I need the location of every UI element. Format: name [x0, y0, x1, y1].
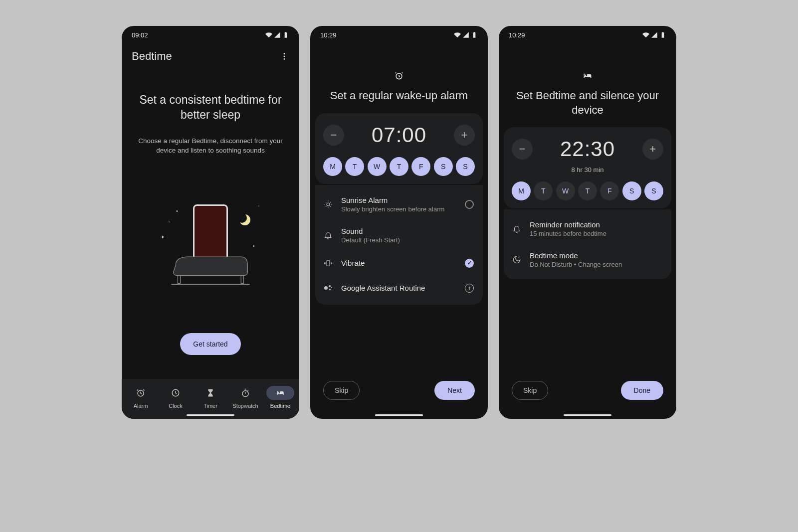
nav-timer[interactable]: Timer: [194, 384, 227, 411]
nav-label: Clock: [169, 403, 183, 409]
done-button[interactable]: Done: [621, 381, 663, 400]
option-subtitle: 15 minutes before bedtime: [530, 230, 663, 237]
day-chip-3[interactable]: T: [578, 181, 597, 200]
option-vibrate[interactable]: Vibrate: [323, 251, 475, 276]
alarm-icon: [136, 388, 145, 397]
day-chip-6[interactable]: S: [644, 181, 663, 200]
option-assistant-routine[interactable]: Google Assistant Routine +: [323, 276, 475, 301]
skip-button[interactable]: Skip: [512, 381, 548, 400]
home-indicator[interactable]: [564, 414, 611, 416]
status-bar: 10:29: [310, 26, 488, 44]
bell-icon: [324, 231, 333, 240]
day-chip-2[interactable]: W: [368, 157, 387, 176]
wifi-icon: [454, 31, 461, 38]
skip-button[interactable]: Skip: [323, 381, 360, 400]
option-title: Vibrate: [341, 259, 456, 267]
svg-rect-13: [327, 260, 330, 266]
signal-icon: [651, 31, 658, 38]
bedtime-display[interactable]: 22:30: [560, 137, 615, 161]
status-time: 10:29: [320, 31, 337, 39]
assistant-icon: [324, 284, 332, 292]
bell-icon: [512, 224, 521, 233]
option-sunrise-alarm[interactable]: Sunrise Alarm Slowly brighten screen bef…: [323, 189, 475, 220]
increase-time-button[interactable]: +: [642, 139, 663, 160]
nav-bedtime[interactable]: Bedtime: [263, 384, 297, 411]
battery-icon: [659, 31, 666, 38]
option-sound[interactable]: Sound Default (Fresh Start): [323, 220, 475, 251]
phone-screen-bedtime: 10:29 Set Bedtime and silence your devic…: [499, 26, 676, 419]
next-button[interactable]: Next: [434, 381, 475, 400]
option-title: Reminder notification: [530, 220, 663, 229]
day-chip-2[interactable]: W: [556, 181, 575, 200]
option-subtitle: Default (Fresh Start): [341, 236, 475, 244]
nav-label: Timer: [203, 403, 217, 409]
hourglass-icon: [206, 388, 215, 397]
option-reminder[interactable]: Reminder notification 15 minutes before …: [512, 213, 663, 244]
home-indicator[interactable]: [375, 414, 423, 416]
svg-point-12: [327, 203, 330, 206]
hero-subtitle: Choose a regular Bedtime, disconnect fro…: [130, 137, 291, 156]
bedtime-illustration: ✦ ✦ ✦ • •: [130, 156, 291, 333]
radio-unchecked[interactable]: [464, 199, 475, 210]
day-chip-5[interactable]: S: [622, 181, 641, 200]
phone-screen-intro: 09:02 Bedtime Set a consistent bedtime f…: [122, 26, 299, 419]
nav-alarm[interactable]: Alarm: [124, 384, 158, 411]
status-bar: 10:29: [499, 26, 676, 44]
options-card: Reminder notification 15 minutes before …: [504, 209, 671, 279]
decrease-time-button[interactable]: −: [323, 125, 344, 146]
bottom-nav: Alarm Clock Timer Stopwatch Bedtime: [122, 379, 299, 419]
option-title: Sound: [341, 227, 475, 235]
nav-label: Alarm: [134, 403, 148, 409]
svg-point-0: [284, 53, 285, 54]
home-indicator[interactable]: [187, 414, 234, 416]
checkbox-checked[interactable]: [464, 258, 475, 269]
wifi-icon: [265, 31, 272, 38]
vibrate-icon: [324, 259, 333, 268]
moon-icon: [239, 214, 250, 225]
clock-icon: [171, 388, 180, 397]
get-started-button[interactable]: Get started: [180, 333, 240, 355]
option-subtitle: Slowly brighten screen before alarm: [341, 205, 456, 213]
more-menu-button[interactable]: [279, 51, 289, 61]
increase-time-button[interactable]: +: [454, 125, 475, 146]
option-title: Bedtime mode: [530, 251, 663, 260]
add-button[interactable]: +: [464, 283, 475, 294]
screen-title: Set a regular wake-up alarm: [310, 89, 488, 103]
day-chip-1[interactable]: T: [534, 181, 553, 200]
nav-label: Stopwatch: [232, 403, 258, 409]
day-chip-1[interactable]: T: [345, 157, 364, 176]
alarm-clock-icon: [310, 71, 488, 81]
signal-icon: [274, 31, 281, 38]
day-chip-5[interactable]: S: [434, 157, 453, 176]
hero-title: Set a consistent bedtime for better slee…: [130, 93, 291, 123]
status-bar: 09:02: [122, 26, 299, 44]
app-header: Bedtime: [122, 44, 299, 73]
svg-rect-5: [241, 276, 243, 284]
wake-time-display[interactable]: 07:00: [372, 123, 426, 147]
day-chip-0[interactable]: M: [512, 181, 531, 200]
phone-screen-wakeup: 10:29 Set a regular wake-up alarm − 07:0…: [310, 26, 488, 419]
day-chip-3[interactable]: T: [390, 157, 408, 176]
page-title: Bedtime: [132, 50, 172, 63]
nav-clock[interactable]: Clock: [159, 384, 193, 411]
bed-icon: [499, 71, 676, 81]
day-chip-6[interactable]: S: [456, 157, 475, 176]
nav-stopwatch[interactable]: Stopwatch: [228, 384, 262, 411]
svg-point-1: [284, 56, 285, 57]
option-title: Sunrise Alarm: [341, 196, 456, 204]
svg-rect-4: [178, 276, 180, 284]
day-chip-4[interactable]: F: [411, 157, 430, 176]
status-icons: [265, 31, 289, 38]
signal-icon: [462, 31, 469, 38]
day-chip-0[interactable]: M: [323, 157, 342, 176]
screen-title: Set Bedtime and silence your device: [499, 89, 676, 117]
option-subtitle: Do Not Disturb • Change screen: [530, 261, 663, 268]
bed-icon: [276, 388, 285, 397]
time-card: − 07:00 + MTWTFSS: [315, 113, 483, 184]
option-bedtime-mode[interactable]: Bedtime mode Do Not Disturb • Change scr…: [512, 244, 663, 275]
stopwatch-icon: [241, 388, 250, 397]
status-icons: [454, 31, 478, 38]
nav-label: Bedtime: [270, 403, 290, 409]
decrease-time-button[interactable]: −: [512, 139, 533, 160]
day-chip-4[interactable]: F: [600, 181, 619, 200]
